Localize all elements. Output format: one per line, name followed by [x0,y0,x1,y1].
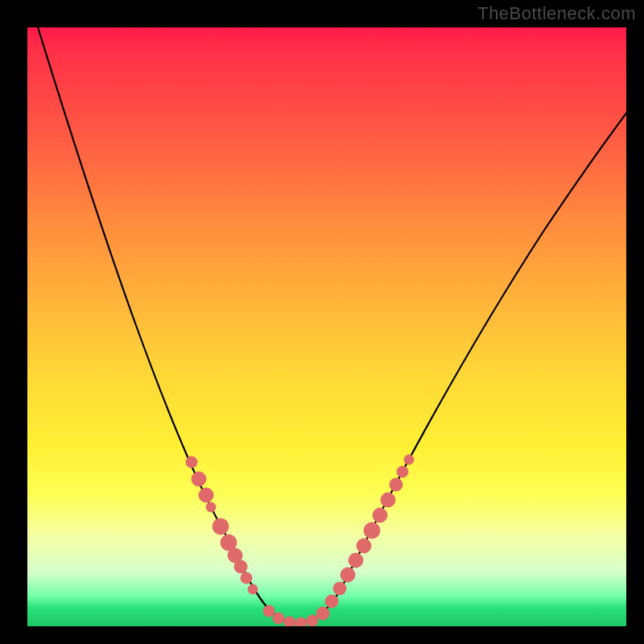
marker-dot [307,615,318,626]
marker-dot [192,472,206,486]
plot-area [27,27,626,626]
marker-dot [316,607,329,620]
marker-dot [381,493,395,507]
marker-dot [397,466,408,477]
watermark-text: TheBottleneck.com [477,3,636,24]
marker-dot [284,617,295,626]
marker-dot [248,584,258,594]
marker-dot [325,595,338,608]
bottleneck-curve-path [35,27,626,622]
right-markers-group [263,455,414,626]
marker-dot [364,522,380,539]
marker-dot [241,572,252,584]
marker-dot [206,502,216,512]
marker-dot [273,613,284,624]
marker-dot [390,478,402,491]
marker-dot [333,582,346,595]
marker-dot [373,508,387,522]
marker-dot [263,605,275,617]
marker-dot [357,539,371,553]
marker-dot [404,455,414,464]
marker-dot [186,456,197,468]
marker-dot [341,568,355,582]
curve-svg [27,27,626,626]
marker-dot [199,488,213,502]
marker-dot [349,553,363,568]
marker-dot [295,617,307,626]
marker-dot [213,518,229,535]
marker-dot [234,560,247,573]
left-markers-group [186,456,258,594]
chart-frame: TheBottleneck.com [0,0,644,644]
